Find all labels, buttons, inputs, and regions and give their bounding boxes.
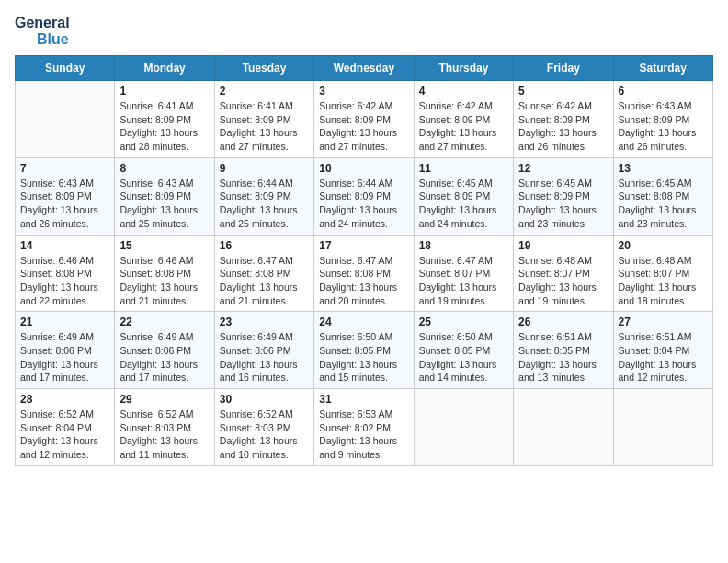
day-info: Sunrise: 6:48 AMSunset: 8:07 PMDaylight:… <box>518 254 608 308</box>
calendar-cell <box>16 81 115 158</box>
logo-blue: Blue <box>37 31 69 48</box>
day-info: Sunrise: 6:45 AMSunset: 8:08 PMDaylight:… <box>619 177 708 231</box>
week-row-5: 28Sunrise: 6:52 AMSunset: 8:04 PMDayligh… <box>16 389 713 466</box>
calendar-cell: 25Sunrise: 6:50 AMSunset: 8:05 PMDayligh… <box>414 312 513 389</box>
day-info: Sunrise: 6:49 AMSunset: 8:06 PMDaylight:… <box>119 330 209 385</box>
day-number: 3 <box>319 85 408 98</box>
day-number: 5 <box>518 85 608 98</box>
weekday-header-saturday: Saturday <box>613 56 712 81</box>
day-number: 11 <box>419 162 508 175</box>
day-number: 24 <box>319 316 408 328</box>
day-info: Sunrise: 6:47 AMSunset: 8:07 PMDaylight:… <box>419 254 508 308</box>
week-row-4: 21Sunrise: 6:49 AMSunset: 8:06 PMDayligh… <box>16 312 713 389</box>
day-number: 9 <box>220 162 309 175</box>
calendar-cell: 28Sunrise: 6:52 AMSunset: 8:04 PMDayligh… <box>16 389 115 466</box>
calendar-cell <box>414 389 513 466</box>
calendar-cell: 30Sunrise: 6:52 AMSunset: 8:03 PMDayligh… <box>214 389 313 466</box>
day-info: Sunrise: 6:51 AMSunset: 8:05 PMDaylight:… <box>518 330 608 385</box>
calendar-cell: 4Sunrise: 6:42 AMSunset: 8:09 PMDaylight… <box>414 81 513 158</box>
day-number: 4 <box>419 85 508 98</box>
day-number: 19 <box>518 239 608 252</box>
calendar-cell: 15Sunrise: 6:46 AMSunset: 8:08 PMDayligh… <box>115 235 214 312</box>
calendar-cell: 26Sunrise: 6:51 AMSunset: 8:05 PMDayligh… <box>514 312 613 389</box>
weekday-header-monday: Monday <box>115 56 214 81</box>
day-info: Sunrise: 6:41 AMSunset: 8:09 PMDaylight:… <box>220 99 309 154</box>
calendar-cell: 29Sunrise: 6:52 AMSunset: 8:03 PMDayligh… <box>115 389 214 466</box>
calendar-cell: 2Sunrise: 6:41 AMSunset: 8:09 PMDaylight… <box>214 81 313 158</box>
week-row-3: 14Sunrise: 6:46 AMSunset: 8:08 PMDayligh… <box>16 235 713 312</box>
day-number: 17 <box>319 239 408 252</box>
day-info: Sunrise: 6:52 AMSunset: 8:03 PMDaylight:… <box>119 408 209 462</box>
day-number: 16 <box>220 239 309 252</box>
logo-general: General <box>15 15 70 31</box>
day-number: 28 <box>20 393 109 406</box>
day-number: 22 <box>119 316 209 328</box>
day-info: Sunrise: 6:44 AMSunset: 8:09 PMDaylight:… <box>220 177 309 231</box>
calendar-cell: 19Sunrise: 6:48 AMSunset: 8:07 PMDayligh… <box>514 235 613 312</box>
day-number: 27 <box>619 316 708 328</box>
day-info: Sunrise: 6:43 AMSunset: 8:09 PMDaylight:… <box>619 99 708 154</box>
day-info: Sunrise: 6:43 AMSunset: 8:09 PMDaylight:… <box>119 177 209 231</box>
day-info: Sunrise: 6:42 AMSunset: 8:09 PMDaylight:… <box>419 99 508 154</box>
calendar-cell: 18Sunrise: 6:47 AMSunset: 8:07 PMDayligh… <box>414 235 513 312</box>
day-number: 7 <box>20 162 109 175</box>
page-header: General Blue <box>15 15 713 48</box>
calendar-cell: 12Sunrise: 6:45 AMSunset: 8:09 PMDayligh… <box>514 157 613 235</box>
calendar-cell: 16Sunrise: 6:47 AMSunset: 8:08 PMDayligh… <box>214 235 313 312</box>
calendar-cell: 5Sunrise: 6:42 AMSunset: 8:09 PMDaylight… <box>514 81 613 158</box>
calendar-cell: 10Sunrise: 6:44 AMSunset: 8:09 PMDayligh… <box>314 157 414 235</box>
calendar-cell: 27Sunrise: 6:51 AMSunset: 8:04 PMDayligh… <box>613 312 712 389</box>
calendar-cell: 21Sunrise: 6:49 AMSunset: 8:06 PMDayligh… <box>16 312 115 389</box>
calendar-cell: 3Sunrise: 6:42 AMSunset: 8:09 PMDaylight… <box>314 81 414 158</box>
day-number: 6 <box>619 85 708 98</box>
day-info: Sunrise: 6:46 AMSunset: 8:08 PMDaylight:… <box>119 254 209 308</box>
day-info: Sunrise: 6:49 AMSunset: 8:06 PMDaylight:… <box>220 330 309 385</box>
day-info: Sunrise: 6:47 AMSunset: 8:08 PMDaylight:… <box>220 254 309 308</box>
calendar-cell: 6Sunrise: 6:43 AMSunset: 8:09 PMDaylight… <box>613 81 712 158</box>
calendar-cell: 17Sunrise: 6:47 AMSunset: 8:08 PMDayligh… <box>314 235 414 312</box>
day-number: 25 <box>419 316 508 328</box>
day-number: 18 <box>419 239 508 252</box>
day-info: Sunrise: 6:52 AMSunset: 8:03 PMDaylight:… <box>220 408 309 462</box>
calendar-cell: 24Sunrise: 6:50 AMSunset: 8:05 PMDayligh… <box>314 312 414 389</box>
calendar-cell: 23Sunrise: 6:49 AMSunset: 8:06 PMDayligh… <box>214 312 313 389</box>
day-number: 12 <box>518 162 608 175</box>
calendar-cell <box>613 389 712 466</box>
day-number: 29 <box>119 393 209 406</box>
day-info: Sunrise: 6:42 AMSunset: 8:09 PMDaylight:… <box>319 99 408 154</box>
day-info: Sunrise: 6:47 AMSunset: 8:08 PMDaylight:… <box>319 254 408 308</box>
day-info: Sunrise: 6:50 AMSunset: 8:05 PMDaylight:… <box>319 330 408 385</box>
day-info: Sunrise: 6:41 AMSunset: 8:09 PMDaylight:… <box>119 99 209 154</box>
day-info: Sunrise: 6:48 AMSunset: 8:07 PMDaylight:… <box>619 254 708 308</box>
day-info: Sunrise: 6:44 AMSunset: 8:09 PMDaylight:… <box>319 177 408 231</box>
calendar-cell: 1Sunrise: 6:41 AMSunset: 8:09 PMDaylight… <box>115 81 214 158</box>
calendar-cell <box>514 389 613 466</box>
weekday-header-wednesday: Wednesday <box>314 56 414 81</box>
calendar-cell: 22Sunrise: 6:49 AMSunset: 8:06 PMDayligh… <box>115 312 214 389</box>
calendar-cell: 7Sunrise: 6:43 AMSunset: 8:09 PMDaylight… <box>16 157 115 235</box>
day-number: 1 <box>119 85 209 98</box>
calendar-cell: 8Sunrise: 6:43 AMSunset: 8:09 PMDaylight… <box>115 157 214 235</box>
day-number: 30 <box>220 393 309 406</box>
day-info: Sunrise: 6:49 AMSunset: 8:06 PMDaylight:… <box>20 330 109 385</box>
day-number: 23 <box>220 316 309 328</box>
weekday-header-tuesday: Tuesday <box>214 56 313 81</box>
day-info: Sunrise: 6:45 AMSunset: 8:09 PMDaylight:… <box>518 177 608 231</box>
day-info: Sunrise: 6:42 AMSunset: 8:09 PMDaylight:… <box>518 99 608 154</box>
calendar-cell: 13Sunrise: 6:45 AMSunset: 8:08 PMDayligh… <box>613 157 712 235</box>
day-info: Sunrise: 6:50 AMSunset: 8:05 PMDaylight:… <box>419 330 508 385</box>
day-number: 20 <box>619 239 708 252</box>
calendar-cell: 20Sunrise: 6:48 AMSunset: 8:07 PMDayligh… <box>613 235 712 312</box>
logo: General Blue <box>15 15 70 48</box>
weekday-header-thursday: Thursday <box>414 56 513 81</box>
day-info: Sunrise: 6:43 AMSunset: 8:09 PMDaylight:… <box>20 177 109 231</box>
day-number: 31 <box>319 393 408 406</box>
day-number: 13 <box>619 162 708 175</box>
calendar-cell: 11Sunrise: 6:45 AMSunset: 8:09 PMDayligh… <box>414 157 513 235</box>
day-number: 10 <box>319 162 408 175</box>
day-info: Sunrise: 6:53 AMSunset: 8:02 PMDaylight:… <box>319 408 408 462</box>
calendar-table: SundayMondayTuesdayWednesdayThursdayFrid… <box>15 55 713 466</box>
day-number: 14 <box>20 239 109 252</box>
week-row-2: 7Sunrise: 6:43 AMSunset: 8:09 PMDaylight… <box>16 157 713 235</box>
day-number: 21 <box>20 316 109 328</box>
